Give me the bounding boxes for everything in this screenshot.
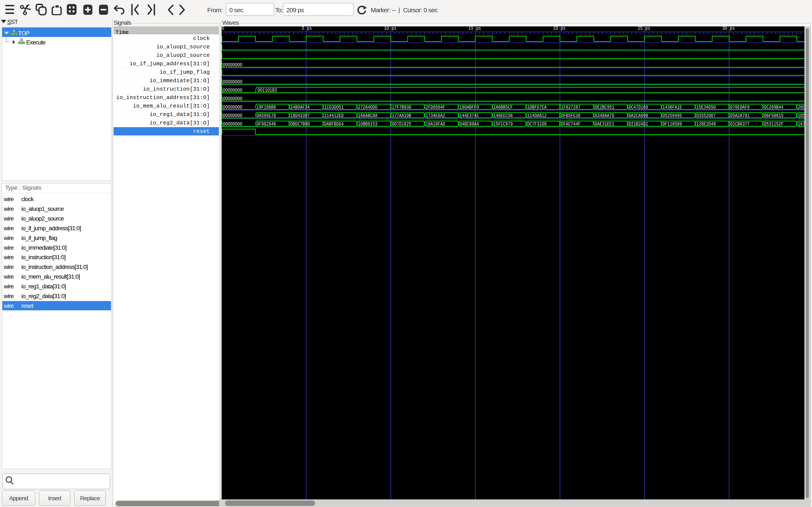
svg-text:146EEC56: 146EEC56 <box>493 113 513 118</box>
svg-text:17F7B93O: 17F7B93O <box>392 104 411 110</box>
svg-text:114OA612: 114OA612 <box>527 113 547 118</box>
svg-text:15: 15 <box>469 26 473 31</box>
svg-text:19OABFFO: 19OABFFO <box>459 104 479 110</box>
svg-text:OOOOOOOO: OOOOOOOO <box>223 62 242 68</box>
svg-text:ps: ps <box>645 26 650 31</box>
svg-text:ps: ps <box>561 26 566 31</box>
svg-text:24BOAF34: 24BOAF34 <box>290 104 310 110</box>
svg-text:OOOOOOOO: OOOOOOOO <box>223 121 242 127</box>
svg-text:OC47D169: OC47D169 <box>629 104 648 110</box>
svg-text:1DBFD7EA: 1DBFD7EA <box>527 104 547 110</box>
svg-text:1436FA1E: 1436FA1E <box>662 104 682 110</box>
svg-text:15E34D5O: 15E34D5O <box>696 104 716 110</box>
svg-text:144E374C: 144E374C <box>459 113 479 118</box>
svg-text:1671BOC4: 1671BOC4 <box>798 121 804 127</box>
svg-text:OF116589: OF116589 <box>662 121 682 127</box>
svg-text:O76EOAF8: O76EOAF8 <box>730 104 750 110</box>
svg-text:O1CB6377: O1CB6377 <box>730 121 750 127</box>
svg-text:15FCC979: 15FCC979 <box>493 121 513 127</box>
svg-text:OABFBD64: OABFBD64 <box>324 121 344 127</box>
svg-text:25: 25 <box>638 26 643 31</box>
svg-text:O6F58615: O6F58615 <box>764 113 783 118</box>
svg-text:OOOOOOOO: OOOOOOOO <box>223 96 242 102</box>
svg-text:166ABC8A: 166ABC8A <box>358 113 377 118</box>
svg-text:ps: ps <box>730 26 735 31</box>
svg-text:O: O <box>222 26 224 31</box>
svg-text:1734E6A2: 1734E6A2 <box>426 113 445 118</box>
svg-text:OO11O1B3: OO11O1B3 <box>258 88 277 93</box>
svg-text:27264DDD: 27264DDD <box>358 104 377 110</box>
svg-text:3O: 3O <box>722 26 727 31</box>
svg-text:1F627287: 1F627287 <box>561 104 580 110</box>
svg-text:OA595E7O: OA595E7O <box>256 113 276 118</box>
svg-text:OFAC744F: OFAC744F <box>561 121 580 127</box>
svg-text:OOOOOOOO: OOOOOOOO <box>223 113 242 118</box>
svg-text:2O: 2O <box>553 26 558 31</box>
svg-text:19F186B6: 19F186B6 <box>256 104 276 110</box>
svg-text:O21B2AD1: O21B2AD1 <box>629 121 648 127</box>
svg-text:O3552OO7: O3552OO7 <box>696 113 716 118</box>
svg-text:OOOOOOOO: OOOOOOOO <box>223 79 242 85</box>
svg-text:OOOOOOOO: OOOOOOOO <box>223 104 242 110</box>
svg-text:1O5D9AF3: 1O5D9AF3 <box>798 113 804 118</box>
svg-text:OF982846: OF982846 <box>256 121 276 127</box>
svg-text:1O: 1O <box>384 26 389 31</box>
svg-text:OBDC7B9D: OBDC7B9D <box>290 121 310 127</box>
svg-text:2FD6564F: 2FD6564F <box>426 104 445 110</box>
svg-text:OO7D1825: OO7D1825 <box>392 121 411 127</box>
svg-text:O5A2A781: O5A2A781 <box>730 113 750 118</box>
svg-text:OFB5FE38: OFB5FE38 <box>561 113 580 118</box>
svg-text:26CO7F51: 26CO7F51 <box>798 104 804 110</box>
svg-text:114412ED: 114412ED <box>324 113 344 118</box>
svg-text:OC7F31D8: OC7F31D8 <box>527 121 547 127</box>
svg-text:1OBB9153: 1OBB9153 <box>358 121 377 127</box>
svg-text:ps: ps <box>476 26 481 31</box>
svg-text:2A6BB5CF: 2A6BB5CF <box>493 104 513 110</box>
svg-text:18A16FAD: 18A16FAD <box>426 121 445 127</box>
svg-text:OC269B44: OC269B44 <box>764 104 783 110</box>
svg-text:177AA1OB: 177AA1OB <box>392 113 411 118</box>
svg-text:5: 5 <box>302 26 305 31</box>
svg-text:O4BC88A4: O4BC88A4 <box>459 121 479 127</box>
svg-text:OOOOOOOO: OOOOOOOO <box>223 88 242 93</box>
svg-text:18D43397: 18D43397 <box>290 113 310 118</box>
svg-text:128E2D49: 128E2D49 <box>696 121 716 127</box>
svg-text:O531152F: O531152F <box>764 121 783 127</box>
svg-text:OE2BC951: OE2BC951 <box>595 104 614 110</box>
svg-text:OA2CA698: OA2CA698 <box>629 113 648 118</box>
svg-text:ps: ps <box>307 26 312 31</box>
svg-text:O5259495: O5259495 <box>662 113 682 118</box>
svg-text:ps: ps <box>392 26 397 31</box>
svg-text:1CO3DO51: 1CO3DO51 <box>324 104 344 110</box>
svg-text:O348AA7O: O348AA7O <box>595 113 614 118</box>
svg-text:OAE31EE1: OAE31EE1 <box>595 121 614 127</box>
